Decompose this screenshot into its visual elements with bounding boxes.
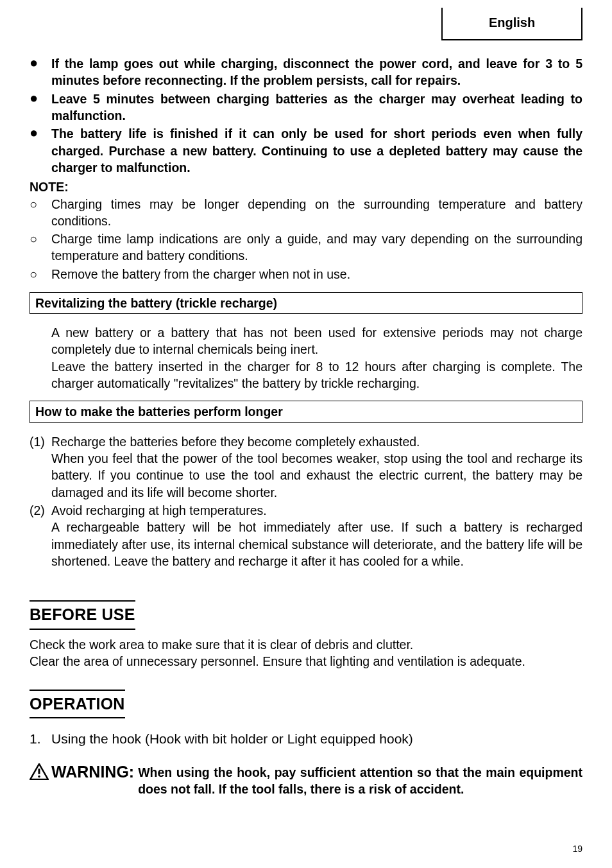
warning-icon [30,763,49,780]
list-item: ○ Charge time lamp indications are only … [30,230,582,265]
bullet-icon: ● [30,125,51,176]
warning-text: When using the hook, pay sufficient atte… [138,761,582,798]
paragraph: Leave the battery inserted in the charge… [51,358,582,392]
list-item: (1) Recharge the batteries before they b… [30,433,582,501]
step-text: Using the hook (Hook with bit holder or … [51,730,582,748]
bullet-text: The battery life is finished if it can o… [51,125,582,176]
svg-rect-1 [38,768,40,774]
bold-bullet-list: ● If the lamp goes out while charging, d… [30,55,582,176]
language-tab: English [441,8,582,40]
list-item: ○ Remove the battery from the charger wh… [30,266,582,283]
note-list: ○ Charging times may be longer depending… [30,196,582,283]
language-label: English [489,15,535,30]
box-heading-revitalizing: Revitalizing the battery (trickle rechar… [30,292,582,314]
paragraph: Check the work area to make sure that it… [30,636,582,653]
warning-lead: WARNING: [51,761,134,798]
step-number: 1. [30,730,51,748]
section-title-before-use: BEFORE USE [30,600,135,630]
list-item: (2) Avoid recharging at high temperature… [30,502,582,569]
list-item: ● The battery life is finished if it can… [30,125,582,176]
bullet-text: If the lamp goes out while charging, dis… [51,55,582,89]
bullet-icon: ● [30,55,51,89]
list-item: ● If the lamp goes out while charging, d… [30,55,582,89]
bullet-icon: ● [30,91,51,125]
paragraph: A new battery or a battery that has not … [51,324,582,358]
circle-icon: ○ [30,196,51,230]
svg-point-2 [38,775,40,777]
item-number: (1) [30,433,51,501]
warning-block: WARNING: When using the hook, pay suffic… [30,761,582,798]
bullet-text: Leave 5 minutes between charging batteri… [51,91,582,125]
box-heading-perform-longer: How to make the batteries perform longer [30,401,582,422]
item-text: When you feel that the power of the tool… [51,451,582,499]
item-head: Avoid recharging at high temperatures. [51,503,267,517]
circle-icon: ○ [30,230,51,265]
page-content: ● If the lamp goes out while charging, d… [30,8,582,797]
paragraph: Clear the area of unnecessary personnel.… [30,653,582,670]
page-number: 19 [572,843,582,855]
note-label: NOTE: [30,178,582,195]
note-text: Charging times may be longer depending o… [51,196,582,230]
item-head: Recharge the batteries before they becom… [51,435,420,449]
numbered-list: (1) Recharge the batteries before they b… [30,433,582,570]
item-body: Avoid recharging at high temperatures. A… [51,502,582,569]
list-item: ● Leave 5 minutes between charging batte… [30,91,582,125]
section-title-operation: OPERATION [30,690,125,719]
item-body: Recharge the batteries before they becom… [51,433,582,501]
item-text: A rechargeable battery will be hot immed… [51,520,582,568]
note-text: Remove the battery from the charger when… [51,266,582,283]
circle-icon: ○ [30,266,51,283]
operation-step: 1. Using the hook (Hook with bit holder … [30,730,582,748]
list-item: ○ Charging times may be longer depending… [30,196,582,230]
item-number: (2) [30,502,51,569]
note-text: Charge time lamp indications are only a … [51,230,582,265]
